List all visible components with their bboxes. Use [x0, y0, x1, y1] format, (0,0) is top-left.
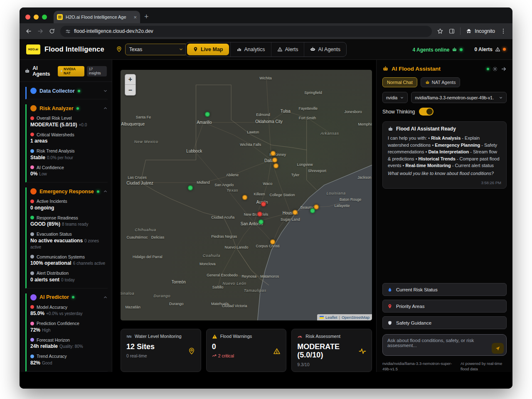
leaflet-link[interactable]: Leaflet	[325, 315, 337, 320]
metric-value: Stable	[30, 155, 45, 160]
accordion-current-risk-status[interactable]: Current Risk Status	[382, 283, 507, 296]
map-marker-normal[interactable]	[310, 208, 315, 213]
nav-live-map[interactable]: Live Map	[187, 44, 229, 55]
chevron-down-icon[interactable]	[103, 89, 108, 93]
map-city-label: Nuevo León	[222, 281, 246, 285]
zoom-out-button[interactable]: −	[125, 85, 135, 95]
metric-sub: 6 channels active	[73, 261, 105, 266]
nav-ai-agents-label: AI Agents	[318, 47, 340, 52]
metric-value: 1 areas	[30, 138, 47, 144]
side-panel-icon[interactable]	[448, 28, 455, 34]
show-thinking-toggle[interactable]	[419, 108, 433, 116]
nav-alerts[interactable]: Alerts	[271, 42, 304, 57]
map-city-label: Wichita	[259, 76, 272, 80]
map-city-label: Springfield	[304, 91, 322, 95]
nav-analytics[interactable]: Analytics	[230, 42, 271, 57]
chat-input[interactable]	[382, 334, 507, 356]
settings-gear-icon[interactable]	[492, 66, 498, 72]
metric-label: Prediction Confidence	[37, 321, 79, 326]
map-marker-normal[interactable]	[258, 219, 264, 224]
agents-online-status: 4 Agents online	[407, 42, 467, 57]
window-zoom-button[interactable]	[42, 15, 47, 20]
chevron-up-icon[interactable]	[103, 189, 108, 194]
refresh-icon[interactable]	[49, 28, 55, 34]
tab-close-icon[interactable]: ×	[133, 15, 137, 20]
nav-live-map-label: Live Map	[201, 47, 223, 52]
map-city-label: Edmond	[256, 113, 270, 117]
model-footnote: nvidia/nvidia/llama-3.3-nemotron-super-4…	[382, 361, 454, 372]
model-select[interactable]: nvidia/llama-3.3-nemotron-super-49b-v1.	[411, 92, 507, 103]
incognito-label: Incognito	[475, 28, 495, 34]
metric-value: 0 ongoing	[30, 205, 54, 211]
chevron-up-icon[interactable]	[103, 295, 108, 300]
map-marker-critical[interactable]	[261, 202, 266, 207]
tab-normal-chat[interactable]: Normal Chat	[382, 77, 417, 87]
map-city-label: Lubbock	[186, 148, 202, 153]
tab-nat-agents-label: NAT Agents	[432, 80, 456, 85]
stat-card-sub: 9.3/10	[297, 362, 309, 367]
browser-window: H2O.ai Flood Intelligence Age × + flood-…	[20, 7, 512, 389]
map-marker-normal[interactable]	[188, 185, 193, 191]
map-marker-warning[interactable]	[293, 210, 298, 215]
map-city-label: Coahuila	[203, 253, 220, 257]
new-tab-button[interactable]: +	[144, 13, 149, 20]
metric-overall-risk: Overall Risk Level MODERATE (5.0/10)+0.0	[30, 116, 108, 128]
browser-menu-icon[interactable]	[500, 28, 507, 34]
agent-header[interactable]: AI Predictor	[30, 294, 108, 300]
accordion-safety-guidance[interactable]: Safety Guidance	[382, 316, 507, 329]
map-city-label: Jonesboro	[345, 110, 362, 114]
map-marker-normal[interactable]	[205, 112, 210, 117]
map-marker-warning[interactable]	[270, 151, 276, 156]
provider-select[interactable]: nvidia	[382, 92, 408, 103]
assistant-message-title: Flood AI Assistant Ready	[396, 126, 456, 132]
metric-label: Model Accuracy	[37, 305, 67, 310]
tab-nat-agents[interactable]: NAT Agents	[421, 77, 461, 87]
agent-header[interactable]: Data Collector	[30, 88, 108, 94]
metric-label: AI Confidence	[37, 165, 64, 170]
metric-risk-trend: Risk Trend Analysis Stable0.0% per hour	[30, 148, 108, 161]
map-marker-warning[interactable]	[242, 195, 247, 200]
metric-alert-distribution: Alert Distribution 0 alerts sent0 today	[30, 271, 108, 283]
accordion-label: Priority Areas	[396, 304, 424, 309]
assistant-panel: AI Flood Assistant Normal Chat NAT Agent…	[376, 60, 512, 372]
warning-triangle-icon	[495, 47, 500, 52]
map-marker-critical[interactable]	[257, 211, 263, 217]
nav-ai-agents[interactable]: AI Agents	[304, 42, 346, 57]
bookmark-star-icon[interactable]	[437, 28, 443, 34]
flood-map[interactable]: + − Leaflet | OpenStreetMap WichitaSprin…	[121, 70, 372, 320]
trend-chart-icon	[30, 355, 34, 358]
map-city-label: Albuquerque	[121, 121, 145, 126]
accordion-priority-areas[interactable]: Priority Areas	[382, 300, 507, 313]
map-city-label: Mazatlán	[125, 305, 140, 309]
agent-header[interactable]: Emergency Response	[30, 188, 108, 195]
send-button[interactable]	[492, 343, 504, 354]
stat-card-title: Risk Assessment	[305, 334, 340, 339]
agent-header[interactable]: Risk Analyzer	[30, 105, 108, 111]
stat-card-title: Water Level Monitoring	[135, 334, 182, 339]
chevron-up-icon[interactable]	[103, 106, 108, 111]
openstreetmap-link[interactable]: OpenStreetMap	[342, 315, 369, 320]
back-icon[interactable]	[25, 28, 32, 34]
app-title: Flood Intelligence	[44, 45, 104, 53]
window-close-button[interactable]	[25, 15, 30, 20]
metric-label: Critical Watersheds	[37, 132, 74, 137]
zoom-in-button[interactable]: +	[125, 74, 135, 85]
metric-value: GOOD (85%)	[30, 221, 60, 227]
address-bar[interactable]: flood-intelligence.cloud-dev.h2o.dev	[60, 26, 432, 37]
metric-value: 24h reliable	[30, 343, 58, 349]
nav-alerts-label: Alerts	[285, 47, 298, 52]
map-city-label: Sugar Land	[281, 217, 300, 222]
collapse-arrow-icon[interactable]	[501, 66, 507, 72]
map-marker-warning[interactable]	[272, 157, 278, 163]
browser-tab[interactable]: H2O.ai Flood Intelligence Age ×	[54, 11, 140, 23]
region-select[interactable]: Texas	[125, 44, 187, 55]
map-marker-warning[interactable]	[273, 163, 278, 168]
browser-toolbar: flood-intelligence.cloud-dev.h2o.dev Inc…	[20, 23, 512, 39]
map-city-label: Delicias	[151, 235, 165, 239]
map-city-label: New Mexico	[134, 139, 158, 144]
window-minimize-button[interactable]	[34, 15, 39, 20]
map-marker-warning[interactable]	[270, 239, 276, 245]
forward-icon[interactable]	[37, 28, 44, 34]
site-settings-icon[interactable]	[65, 29, 71, 34]
warning-triangle-icon	[277, 47, 283, 52]
